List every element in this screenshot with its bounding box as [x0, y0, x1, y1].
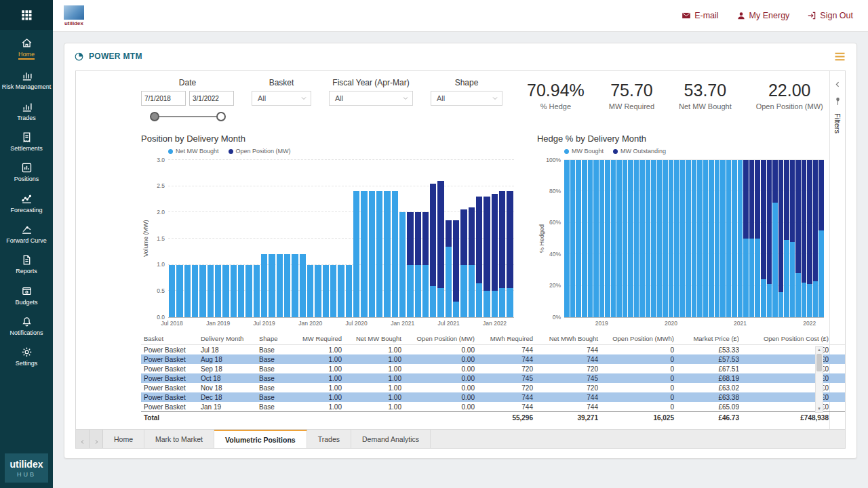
- fiscal-year-select[interactable]: All: [329, 91, 413, 106]
- col-header[interactable]: MW Required: [292, 332, 344, 345]
- pin-icon[interactable]: [833, 96, 842, 105]
- bar-jan-21[interactable]: [738, 160, 743, 317]
- bar-jul-20[interactable]: [353, 160, 359, 317]
- table-row[interactable]: Power BasketNov 18Base1.001.000.00720720…: [141, 383, 846, 392]
- bar-jun-20[interactable]: [346, 160, 352, 317]
- bar-feb-20[interactable]: [315, 160, 321, 317]
- bar-nov-20[interactable]: [726, 160, 732, 317]
- bar-oct-19[interactable]: [284, 160, 290, 317]
- bar-sep-20[interactable]: [369, 160, 375, 317]
- bar-nov-19[interactable]: [657, 160, 663, 317]
- bar-jun-20[interactable]: [697, 160, 703, 317]
- bar-jun-21[interactable]: [437, 160, 443, 317]
- bar-jul-18[interactable]: [564, 160, 570, 317]
- bar-dec-18[interactable]: [593, 160, 599, 317]
- sidebar-item-settings[interactable]: Settings: [0, 341, 53, 371]
- bar-apr-19[interactable]: [616, 160, 622, 317]
- scroll-up-icon[interactable]: ▲: [817, 347, 821, 353]
- bar-feb-21[interactable]: [743, 160, 749, 317]
- col-header[interactable]: Shape: [256, 332, 292, 345]
- table-row[interactable]: Power BasketDec 18Base1.001.000.00744744…: [141, 392, 846, 402]
- hamburger-menu-icon[interactable]: [833, 49, 847, 64]
- bar-mar-20[interactable]: [680, 160, 686, 317]
- bar-oct-18[interactable]: [582, 160, 587, 317]
- bar-dec-20[interactable]: [392, 160, 398, 317]
- bar-nov-18[interactable]: [588, 160, 593, 317]
- bar-apr-21[interactable]: [422, 160, 429, 317]
- sidebar-item-reports[interactable]: Reports: [0, 249, 53, 279]
- topbar-link-email[interactable]: E-mail: [682, 11, 718, 20]
- table-row[interactable]: Power BasketJul 18Base1.001.000.00744744…: [141, 345, 846, 355]
- bar-sep-19[interactable]: [646, 160, 651, 317]
- apps-menu-button[interactable]: [0, 0, 53, 30]
- slider-handle-end[interactable]: [216, 112, 226, 121]
- bar-dec-19[interactable]: [663, 160, 668, 317]
- bar-jul-18[interactable]: [169, 160, 175, 317]
- bar-may-19[interactable]: [623, 160, 628, 317]
- tab-scroll-right[interactable]: [90, 430, 103, 448]
- col-header[interactable]: Net MWh Bought: [536, 332, 601, 345]
- sidebar-item-budgets[interactable]: Budgets: [0, 280, 53, 310]
- col-header[interactable]: MWh Required: [477, 332, 536, 345]
- bar-jan-22[interactable]: [807, 160, 812, 317]
- bar-nov-20[interactable]: [384, 160, 390, 317]
- scrollbar-thumb[interactable]: [816, 354, 822, 371]
- table-row[interactable]: Power BasketSep 18Base1.001.000.00720720…: [141, 364, 846, 373]
- sidebar-item-notifications[interactable]: Notifications: [0, 310, 53, 341]
- tab-trades[interactable]: Trades: [307, 430, 351, 448]
- date-from-input[interactable]: [141, 91, 186, 106]
- bar-nov-18[interactable]: [199, 160, 205, 317]
- bar-jan-19[interactable]: [215, 160, 221, 317]
- bar-sep-21[interactable]: [460, 160, 467, 317]
- bar-aug-19[interactable]: [639, 160, 645, 317]
- bar-dec-19[interactable]: [300, 160, 306, 317]
- bar-aug-20[interactable]: [709, 160, 714, 317]
- sidebar-item-risk-management[interactable]: Risk Management: [0, 64, 53, 95]
- table-row[interactable]: Power BasketOct 18Base1.001.000.00745745…: [141, 373, 846, 383]
- tab-mark-to-market[interactable]: Mark to Market: [144, 430, 214, 448]
- col-header[interactable]: Market Price (£): [677, 332, 742, 345]
- col-header[interactable]: Delivery Month: [198, 332, 256, 345]
- bar-feb-19[interactable]: [222, 160, 229, 317]
- sidebar-item-forward-curve[interactable]: Forward Curve: [0, 218, 53, 249]
- bar-nov-21[interactable]: [795, 160, 801, 317]
- bar-jun-21[interactable]: [767, 160, 772, 317]
- bar-may-19[interactable]: [245, 160, 252, 317]
- col-header[interactable]: Open Position (MW): [404, 332, 477, 345]
- collapse-panel-icon[interactable]: [833, 79, 842, 88]
- table-row[interactable]: Power BasketJan 19Base1.001.000.00744744…: [141, 402, 846, 412]
- sidebar-item-trades[interactable]: Trades: [0, 96, 53, 126]
- utilidex-logo[interactable]: utilidex: [64, 5, 84, 26]
- bar-nov-21[interactable]: [476, 160, 482, 317]
- bar-may-21[interactable]: [761, 160, 766, 317]
- bar-feb-19[interactable]: [605, 160, 610, 317]
- bar-jun-19[interactable]: [628, 160, 633, 317]
- bar-jul-20[interactable]: [703, 160, 709, 317]
- sidebar-item-forecasting[interactable]: Forecasting: [0, 188, 53, 218]
- bar-aug-20[interactable]: [361, 160, 367, 317]
- bar-jul-19[interactable]: [261, 160, 267, 317]
- bar-jul-21[interactable]: [772, 160, 778, 317]
- bar-dec-20[interactable]: [732, 160, 737, 317]
- bar-jul-21[interactable]: [446, 160, 452, 317]
- bar-sep-21[interactable]: [784, 160, 789, 317]
- scroll-down-icon[interactable]: ▼: [817, 406, 821, 412]
- bar-aug-21[interactable]: [778, 160, 784, 317]
- date-to-input[interactable]: [189, 91, 234, 106]
- table-row[interactable]: Power BasketAug 18Base1.001.000.00744744…: [141, 354, 846, 364]
- sidebar-item-settlements[interactable]: Settlements: [0, 126, 53, 157]
- bar-feb-20[interactable]: [674, 160, 679, 317]
- tab-home[interactable]: Home: [103, 430, 144, 448]
- bar-oct-21[interactable]: [469, 160, 475, 317]
- bar-dec-18[interactable]: [208, 160, 214, 317]
- bar-sep-20[interactable]: [715, 160, 720, 317]
- bar-aug-19[interactable]: [269, 160, 275, 317]
- col-header[interactable]: Net MW Bought: [344, 332, 404, 345]
- bar-dec-21[interactable]: [484, 160, 490, 317]
- col-header[interactable]: Open Position (MWh): [601, 332, 677, 345]
- col-header[interactable]: Open Position Cost (£): [742, 332, 831, 345]
- topbar-link-sign-out[interactable]: Sign Out: [807, 11, 853, 20]
- bar-mar-21[interactable]: [749, 160, 755, 317]
- bar-jan-19[interactable]: [599, 160, 605, 317]
- bar-feb-22[interactable]: [813, 160, 818, 317]
